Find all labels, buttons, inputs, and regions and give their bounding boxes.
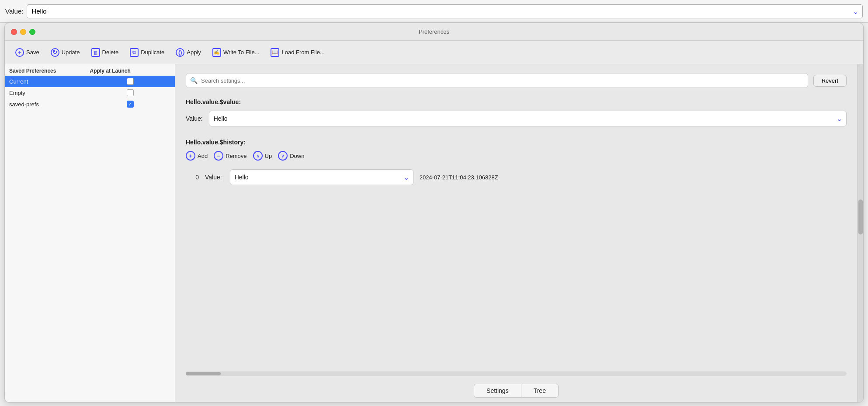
sidebar-row-name-saved-prefs: saved-prefs <box>9 101 90 108</box>
load-from-file-button[interactable]: 📖 Load From File... <box>266 46 329 59</box>
sidebar-row-name-current: Current <box>9 78 90 85</box>
history-timestamp-0: 2024-07-21T11:04:23.106828Z <box>420 174 498 181</box>
duplicate-icon: ⧉ <box>130 48 139 57</box>
vertical-scrollbar[interactable] <box>857 64 863 402</box>
update-icon: ↻ <box>51 48 59 57</box>
sidebar-item-saved-prefs[interactable]: saved-prefs ✓ <box>5 98 175 110</box>
sidebar-col-apply: Apply at Launch <box>90 68 171 74</box>
revert-button[interactable]: Revert <box>813 75 847 87</box>
save-label: Save <box>26 49 39 56</box>
setting-label-value: Hello.value.$value: <box>186 98 847 105</box>
delete-button[interactable]: 🗑 Delete <box>87 46 123 59</box>
top-value-label: Value: <box>5 7 23 15</box>
right-panel-inner: 🔍 Revert Hello.value.$value: Value: <box>175 64 857 371</box>
apply-button[interactable]: () Apply <box>171 46 205 59</box>
save-button[interactable]: + Save <box>11 46 44 59</box>
delete-icon: 🗑 <box>91 48 100 57</box>
tab-settings[interactable]: Settings <box>474 384 521 398</box>
sidebar-item-empty[interactable]: Empty <box>5 87 175 98</box>
close-button[interactable] <box>11 29 17 35</box>
value-field-label: Value: <box>186 115 203 122</box>
remove-history-label: Remove <box>226 153 247 159</box>
down-history-label: Down <box>290 153 304 159</box>
traffic-lights <box>11 29 35 35</box>
checkbox-empty[interactable] <box>127 89 134 96</box>
history-entry-index-0: 0 <box>190 174 199 181</box>
value-row: Value: Hello ⌄ <box>186 111 847 126</box>
maximize-button[interactable] <box>29 29 35 35</box>
down-history-icon: ∨ <box>278 151 288 161</box>
sidebar-check-current[interactable] <box>90 78 171 85</box>
search-input[interactable] <box>186 73 808 88</box>
setting-section-history: Hello.value.$history: + Add − Remove <box>186 139 847 185</box>
search-input-wrap: 🔍 <box>186 73 808 88</box>
update-label: Update <box>62 49 80 56</box>
history-entry-row-0: 0 Value: Hello ⌄ 2024-07-21T11:04:23.106… <box>186 169 847 185</box>
sidebar: Saved Preferences Apply at Launch Curren… <box>5 64 175 402</box>
duplicate-label: Duplicate <box>141 49 164 56</box>
apply-icon: () <box>176 48 184 57</box>
checkbox-current[interactable] <box>127 78 134 85</box>
sidebar-list: Current Empty saved-prefs ✓ <box>5 76 175 402</box>
horizontal-scrollbar[interactable] <box>186 371 847 376</box>
history-entry-value-label-0: Value: <box>205 174 222 181</box>
write-to-file-button[interactable]: ✍ Write To File... <box>208 46 264 59</box>
main-content: Saved Preferences Apply at Launch Curren… <box>5 64 863 402</box>
remove-history-icon: − <box>214 151 223 161</box>
sidebar-item-current[interactable]: Current <box>5 76 175 87</box>
sidebar-check-empty[interactable] <box>90 89 171 96</box>
top-value-input[interactable] <box>27 4 863 18</box>
save-icon: + <box>15 48 24 57</box>
search-icon: 🔍 <box>190 77 198 84</box>
add-history-label: Add <box>198 153 208 159</box>
duplicate-button[interactable]: ⧉ Duplicate <box>125 46 169 59</box>
setting-section-value: Hello.value.$value: Value: Hello ⌄ <box>186 98 847 126</box>
history-entry-value-wrap-0: Hello ⌄ <box>230 169 413 185</box>
sidebar-header: Saved Preferences Apply at Launch <box>5 64 175 76</box>
window-title: Preferences <box>419 28 449 35</box>
search-bar-row: 🔍 Revert <box>186 73 847 88</box>
tab-tree[interactable]: Tree <box>521 384 559 398</box>
add-history-icon: + <box>186 151 195 161</box>
update-button[interactable]: ↻ Update <box>46 46 84 59</box>
right-panel: 🔍 Revert Hello.value.$value: Value: <box>175 64 857 402</box>
remove-history-button[interactable]: − Remove <box>214 151 247 161</box>
value-select[interactable]: Hello <box>209 111 847 126</box>
up-history-icon: ∧ <box>253 151 263 161</box>
top-value-input-wrap: ⌄ <box>27 4 863 18</box>
history-controls: + Add − Remove ∧ Up <box>186 151 847 161</box>
horizontal-scroll-thumb[interactable] <box>186 372 221 375</box>
setting-label-history: Hello.value.$history: <box>186 139 847 146</box>
sidebar-col-saved: Saved Preferences <box>9 68 90 74</box>
add-history-button[interactable]: + Add <box>186 151 208 161</box>
load-from-file-icon: 📖 <box>271 48 279 57</box>
vertical-scroll-thumb[interactable] <box>858 200 863 234</box>
checkbox-saved-prefs[interactable]: ✓ <box>127 101 134 108</box>
toolbar: + Save ↻ Update 🗑 Delete ⧉ Duplicate () … <box>5 41 863 64</box>
down-history-button[interactable]: ∨ Down <box>278 151 304 161</box>
preferences-window: Preferences + Save ↻ Update 🗑 Delete ⧉ D… <box>4 23 864 402</box>
sidebar-check-saved-prefs[interactable]: ✓ <box>90 101 171 108</box>
top-value-bar: Value: ⌄ <box>0 0 868 23</box>
delete-label: Delete <box>102 49 119 56</box>
up-history-label: Up <box>265 153 272 159</box>
history-entry-select-0[interactable]: Hello <box>230 169 413 185</box>
write-to-file-label: Write To File... <box>223 49 260 56</box>
minimize-button[interactable] <box>20 29 26 35</box>
right-panel-flex: 🔍 Revert Hello.value.$value: Value: <box>175 64 863 402</box>
apply-label: Apply <box>187 49 201 56</box>
write-to-file-icon: ✍ <box>212 48 221 57</box>
up-history-button[interactable]: ∧ Up <box>253 151 272 161</box>
load-from-file-label: Load From File... <box>281 49 324 56</box>
titlebar: Preferences <box>5 23 863 41</box>
value-select-wrap: Hello ⌄ <box>209 111 847 126</box>
sidebar-row-name-empty: Empty <box>9 90 90 96</box>
bottom-tabs: Settings Tree <box>175 379 857 402</box>
